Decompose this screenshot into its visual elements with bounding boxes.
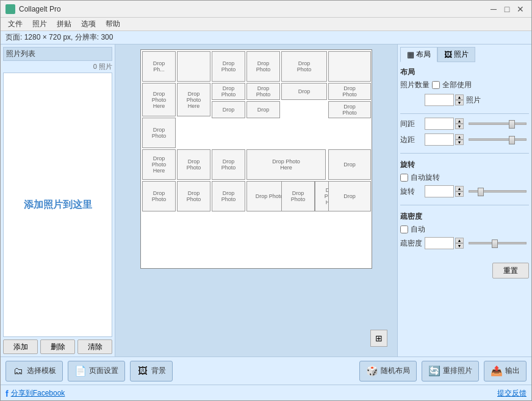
- auto-rotate-label[interactable]: 自动旋转: [411, 172, 440, 183]
- share-facebook-link[interactable]: 分享到Facebook: [11, 388, 65, 399]
- photo-count-down[interactable]: ▼: [455, 100, 464, 105]
- add-button[interactable]: 添加: [3, 339, 38, 354]
- menu-collage[interactable]: 拼贴: [52, 18, 76, 30]
- add-photo-hint: 添加照片到这里: [24, 199, 92, 211]
- reset-button[interactable]: 重置: [492, 263, 529, 279]
- collage-cell-13[interactable]: Drop: [212, 101, 245, 118]
- rotate-up[interactable]: ▲: [455, 186, 464, 191]
- rotate-down[interactable]: ▼: [455, 191, 464, 197]
- divider2: [400, 153, 529, 154]
- spacing-slider[interactable]: [469, 122, 527, 125]
- auto-density-label[interactable]: 自动: [411, 224, 425, 235]
- photo-list-area[interactable]: 添加照片到这里: [3, 73, 112, 337]
- collage-canvas[interactable]: Drop Ph...Drop PhotoDrop PhotoDrop Photo…: [140, 49, 372, 269]
- collage-cell-12[interactable]: Drop Photo: [142, 118, 176, 148]
- right-panel: ▦ 布局 🖼 照片 布局 照片数量 全部使用 30 ▲ ▼ 照片: [397, 44, 531, 357]
- collage-cell-4[interactable]: Drop Photo: [281, 51, 327, 82]
- margin-input[interactable]: 0: [425, 133, 454, 146]
- margin-down[interactable]: ▼: [455, 140, 464, 145]
- margin-up[interactable]: ▲: [455, 134, 464, 140]
- delete-button[interactable]: 删除: [40, 339, 75, 354]
- spacing-down[interactable]: ▼: [455, 124, 464, 129]
- tab-photo[interactable]: 🖼 照片: [437, 47, 475, 62]
- collage-cell-20[interactable]: Drop: [328, 149, 371, 180]
- use-all-label[interactable]: 全部使用: [442, 80, 472, 90]
- app-icon: [5, 4, 15, 14]
- collage-cell-16[interactable]: Drop Photo Here: [142, 149, 176, 180]
- menu-photo[interactable]: 照片: [27, 18, 52, 30]
- auto-rotate-row: 自动旋转: [400, 172, 529, 183]
- collage-cell-27[interactable]: Drop: [328, 181, 371, 211]
- photo-tab-icon: 🖼: [444, 50, 452, 59]
- photo-count-input[interactable]: 30: [425, 94, 454, 106]
- rearrange-icon: 🔄: [428, 365, 440, 377]
- collage-cell-21[interactable]: Drop Photo: [142, 181, 176, 211]
- layout-tab-label: 布局: [416, 49, 431, 60]
- center-area: Drop Ph...Drop PhotoDrop PhotoDrop Photo…: [115, 44, 397, 357]
- collage-cell-9[interactable]: Drop Photo: [246, 83, 280, 100]
- menu-help[interactable]: 帮助: [101, 18, 125, 30]
- auto-rotate-checkbox[interactable]: [400, 174, 408, 182]
- margin-slider[interactable]: [469, 138, 527, 141]
- collage-cell-7[interactable]: Drop Photo Here: [177, 83, 210, 116]
- collage-cell-18[interactable]: Drop Photo: [212, 149, 245, 180]
- menu-options[interactable]: 选项: [76, 18, 101, 30]
- feedback-link[interactable]: 提交反馈: [497, 388, 527, 399]
- density-thumb[interactable]: [492, 240, 498, 248]
- menubar: 文件 照片 拼贴 选项 帮助: [1, 18, 531, 31]
- page-setting-button[interactable]: 📄 页面设置: [68, 361, 125, 381]
- collage-cell-10[interactable]: Drop: [281, 83, 327, 100]
- collage-cell-1[interactable]: [177, 51, 210, 82]
- minimize-button[interactable]: ─: [487, 3, 500, 15]
- collage-cell-22[interactable]: Drop Photo: [177, 181, 210, 211]
- photo-count-row: 照片数量 全部使用: [400, 80, 529, 90]
- margin-thumb[interactable]: [509, 136, 515, 144]
- photo-count-up[interactable]: ▲: [455, 94, 464, 100]
- collage-cell-5[interactable]: [328, 51, 371, 82]
- rotate-slider[interactable]: [469, 190, 527, 193]
- clear-button[interactable]: 清除: [77, 339, 112, 354]
- density-up[interactable]: ▲: [455, 238, 464, 243]
- menu-file[interactable]: 文件: [3, 18, 27, 30]
- spacing-up[interactable]: ▲: [455, 118, 464, 124]
- canvas-fit-button[interactable]: ⊞: [370, 330, 387, 347]
- rotate-thumb[interactable]: [478, 188, 484, 196]
- collage-cell-2[interactable]: Drop Photo: [212, 51, 245, 82]
- collage-cell-23[interactable]: Drop Photo: [212, 181, 245, 211]
- use-all-checkbox[interactable]: [432, 81, 440, 89]
- titlebar: Collagelt Pro ─ □ ✕: [1, 1, 531, 18]
- collage-cell-0[interactable]: Drop Ph...: [142, 51, 176, 82]
- spacing-input[interactable]: 0: [425, 118, 454, 130]
- rearrange-button[interactable]: 🔄 重排照片: [422, 361, 479, 381]
- density-section-title: 疏密度: [400, 211, 529, 222]
- bottom-toolbar: 🗂 选择模板 📄 页面设置 🖼 背景 🎲 随机布局 🔄 重排照片 📤 输出: [1, 357, 531, 385]
- collage-cell-17[interactable]: Drop Photo: [177, 149, 210, 180]
- density-down[interactable]: ▼: [455, 243, 464, 249]
- page-setting-label: 页面设置: [89, 366, 118, 376]
- background-icon: 🖼: [137, 365, 149, 377]
- collage-cell-6[interactable]: Drop Photo Here: [142, 83, 176, 116]
- collage-cell-8[interactable]: Drop Photo: [212, 83, 245, 100]
- close-button[interactable]: ✕: [514, 3, 527, 15]
- collage-cell-19[interactable]: Drop Photo Here: [246, 149, 326, 180]
- tab-layout[interactable]: ▦ 布局: [400, 47, 437, 62]
- spacing-spinner: ▲ ▼: [455, 118, 464, 129]
- facebook-icon: f: [5, 389, 9, 399]
- collage-cell-15[interactable]: Drop Photo: [328, 101, 371, 118]
- collage-cell-3[interactable]: Drop Photo: [246, 51, 280, 82]
- random-layout-button[interactable]: 🎲 随机布局: [359, 361, 417, 381]
- maximize-button[interactable]: □: [501, 3, 513, 15]
- export-button[interactable]: 📤 输出: [484, 361, 527, 381]
- collage-cell-14[interactable]: Drop: [246, 101, 280, 118]
- template-button[interactable]: 🗂 选择模板: [5, 361, 63, 381]
- rotate-input[interactable]: 10: [425, 185, 454, 197]
- auto-density-checkbox[interactable]: [400, 225, 408, 233]
- collage-cell-25[interactable]: Drop Photo: [281, 181, 315, 211]
- spacing-thumb[interactable]: [509, 120, 515, 129]
- background-button[interactable]: 🖼 背景: [130, 361, 173, 381]
- density-slider[interactable]: [469, 242, 527, 244]
- density-input[interactable]: 50: [425, 237, 454, 249]
- divider1: [400, 113, 529, 114]
- collage-cell-11[interactable]: Drop Photo: [328, 83, 371, 100]
- rotate-label: 旋转: [400, 186, 422, 197]
